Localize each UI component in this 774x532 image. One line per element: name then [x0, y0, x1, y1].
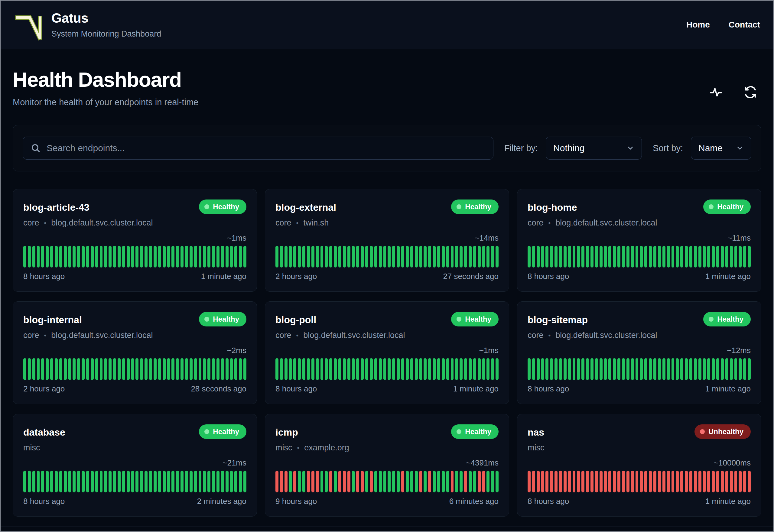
history-bar[interactable]: [581, 358, 584, 380]
history-bar[interactable]: [374, 358, 377, 380]
history-bar[interactable]: [730, 471, 733, 492]
history-bar[interactable]: [343, 358, 346, 380]
history-bar[interactable]: [554, 358, 558, 380]
history-bar[interactable]: [424, 246, 427, 268]
history-bar[interactable]: [68, 358, 71, 380]
history-bar[interactable]: [473, 471, 476, 492]
history-bar[interactable]: [41, 246, 44, 268]
history-bar[interactable]: [550, 246, 553, 268]
history-bar[interactable]: [285, 246, 288, 268]
history-bar[interactable]: [23, 358, 26, 380]
history-bar[interactable]: [640, 471, 643, 492]
history-bar[interactable]: [91, 246, 94, 268]
history-bar[interactable]: [532, 246, 535, 268]
history-bar[interactable]: [167, 471, 170, 492]
history-bar[interactable]: [320, 471, 324, 492]
history-bar[interactable]: [113, 358, 116, 380]
history-bar[interactable]: [698, 246, 701, 268]
history-bar[interactable]: [712, 246, 715, 268]
history-bar[interactable]: [401, 246, 404, 268]
history-bar[interactable]: [122, 246, 125, 268]
history-bar[interactable]: [473, 246, 476, 268]
history-bar[interactable]: [145, 358, 148, 380]
history-bar[interactable]: [604, 246, 607, 268]
history-bar[interactable]: [203, 471, 206, 492]
history-bar[interactable]: [46, 358, 49, 380]
history-bar[interactable]: [234, 246, 237, 268]
history-bar[interactable]: [734, 471, 737, 492]
history-bar[interactable]: [379, 246, 382, 268]
history-bar[interactable]: [325, 246, 328, 268]
history-bar[interactable]: [595, 471, 598, 492]
history-bar[interactable]: [176, 471, 179, 492]
history-bar[interactable]: [622, 471, 625, 492]
history-bar[interactable]: [446, 358, 449, 380]
history-bar[interactable]: [370, 358, 373, 380]
history-bar[interactable]: [486, 246, 489, 268]
history-bar[interactable]: [658, 471, 661, 492]
history-bar[interactable]: [658, 246, 661, 268]
history-bar[interactable]: [716, 246, 719, 268]
history-bar[interactable]: [82, 358, 85, 380]
history-bar[interactable]: [451, 246, 454, 268]
history-bar[interactable]: [140, 358, 143, 380]
history-bar[interactable]: [433, 358, 436, 380]
history-bar[interactable]: [694, 471, 697, 492]
history-bar[interactable]: [748, 471, 751, 492]
history-bar[interactable]: [739, 471, 742, 492]
history-bar[interactable]: [617, 246, 620, 268]
history-bar[interactable]: [680, 358, 683, 380]
history-bar[interactable]: [55, 246, 58, 268]
history-bar[interactable]: [95, 246, 98, 268]
history-bar[interactable]: [712, 358, 715, 380]
history-bar[interactable]: [397, 358, 400, 380]
history-bar[interactable]: [212, 471, 215, 492]
history-bar[interactable]: [190, 358, 193, 380]
history-bar[interactable]: [698, 471, 701, 492]
history-bar[interactable]: [672, 358, 675, 380]
history-bar[interactable]: [689, 246, 692, 268]
history-bar[interactable]: [167, 358, 170, 380]
history-bar[interactable]: [424, 358, 427, 380]
endpoint-card[interactable]: blog-home Healthy core • blog.default.sv…: [517, 189, 761, 292]
history-bar[interactable]: [329, 246, 332, 268]
history-bar[interactable]: [554, 246, 558, 268]
history-bar[interactable]: [185, 358, 188, 380]
history-bar[interactable]: [451, 471, 454, 492]
history-bar[interactable]: [451, 358, 454, 380]
history-bar[interactable]: [397, 246, 400, 268]
history-bar[interactable]: [595, 246, 598, 268]
history-bar[interactable]: [285, 358, 288, 380]
history-bar[interactable]: [68, 246, 71, 268]
history-bar[interactable]: [293, 471, 296, 492]
history-bar[interactable]: [325, 471, 328, 492]
history-bar[interactable]: [23, 246, 26, 268]
history-bar[interactable]: [298, 246, 301, 268]
history-bar[interactable]: [221, 358, 224, 380]
history-bar[interactable]: [649, 246, 652, 268]
history-bar[interactable]: [586, 246, 589, 268]
history-bar[interactable]: [415, 246, 418, 268]
history-bar[interactable]: [365, 358, 368, 380]
history-bar[interactable]: [64, 358, 67, 380]
history-bar[interactable]: [239, 246, 242, 268]
history-bar[interactable]: [676, 471, 679, 492]
history-bar[interactable]: [581, 246, 584, 268]
history-bar[interactable]: [496, 246, 499, 268]
history-bar[interactable]: [289, 358, 292, 380]
history-bar[interactable]: [365, 471, 368, 492]
history-bar[interactable]: [50, 358, 53, 380]
history-bar[interactable]: [577, 358, 580, 380]
history-bar[interactable]: [77, 246, 80, 268]
history-bar[interactable]: [379, 358, 382, 380]
history-bar[interactable]: [199, 246, 202, 268]
history-bar[interactable]: [415, 358, 418, 380]
history-bar[interactable]: [672, 471, 675, 492]
history-bar[interactable]: [127, 358, 130, 380]
history-bar[interactable]: [32, 246, 35, 268]
history-bar[interactable]: [568, 471, 571, 492]
history-bar[interactable]: [221, 471, 224, 492]
history-bar[interactable]: [37, 471, 40, 492]
history-bar[interactable]: [73, 358, 76, 380]
history-bar[interactable]: [649, 471, 652, 492]
